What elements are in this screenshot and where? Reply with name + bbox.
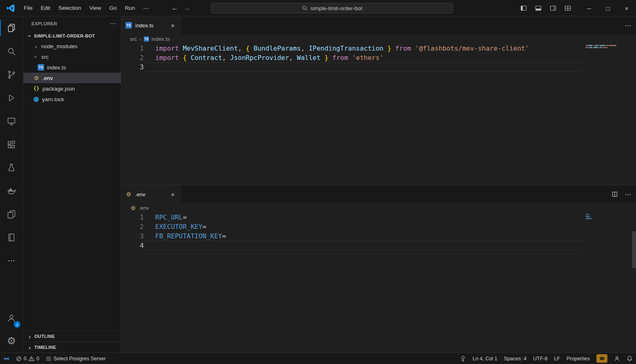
nav-arrows: ← → [172, 4, 190, 12]
source-control-icon[interactable] [0, 63, 23, 86]
remote-indicator[interactable]: >< [0, 353, 13, 364]
accounts-icon[interactable]: 1 [0, 306, 23, 329]
remote-explorer-icon[interactable] [0, 109, 23, 133]
section-outline[interactable]: ›OUTLINE [23, 331, 121, 342]
tab-env[interactable]: ⚙ .env × [121, 185, 181, 203]
line-number[interactable]: 4 [121, 241, 144, 250]
additional-views-icon[interactable] [0, 249, 23, 272]
copilot-status[interactable] [593, 353, 611, 364]
tab-bar-bottom: ⚙ .env × ⋯ [121, 185, 636, 203]
eol-status[interactable]: LF [551, 353, 563, 364]
maximize-button[interactable]: □ [598, 0, 617, 16]
menu-view[interactable]: View [85, 3, 105, 13]
line-number[interactable]: 1 [121, 44, 144, 53]
back-arrow[interactable]: ← [172, 4, 178, 12]
editor-actions-bottom: ⋯ [611, 185, 631, 203]
ports-icon[interactable] [457, 353, 469, 364]
run-debug-icon[interactable] [0, 86, 23, 109]
file-label: .env [42, 75, 53, 81]
indentation-status[interactable]: Spaces: 4 [500, 353, 530, 364]
more-actions-icon[interactable]: ⋯ [625, 191, 631, 198]
code-line[interactable]: 3 [121, 62, 636, 72]
settings-gear-icon[interactable]: ⚙ [0, 329, 23, 353]
section-timeline[interactable]: ›TIMELINE [23, 342, 121, 353]
breadcrumb-file[interactable]: .env [139, 205, 149, 211]
language-mode[interactable]: Properties [563, 353, 593, 364]
explorer-item-env[interactable]: ⚙.env [23, 73, 121, 83]
split-editor-icon[interactable] [611, 191, 618, 198]
sidebar-bottom-sections: ›OUTLINE›TIMELINE [23, 331, 121, 353]
cursor-position[interactable]: Ln 4, Col 1 [469, 353, 500, 364]
docker-icon[interactable] [0, 179, 23, 202]
search-activity-icon[interactable] [0, 40, 23, 63]
vscode-logo [6, 3, 16, 13]
code-editor-env[interactable]: 1RPC_URL=2EXECUTOR_KEY=3FB_REPUTATION_KE… [121, 213, 636, 353]
explorer-more-actions-icon[interactable]: ⋯ [110, 20, 116, 27]
project-root-folder[interactable]: › SIMPLE-LIMIT-ORDER-BOT [23, 31, 121, 41]
command-center-search[interactable]: simple-limit-order-bot [211, 3, 453, 13]
search-icon [302, 5, 308, 11]
titlebar-right: ─ □ × [518, 0, 636, 16]
toggle-panel-icon[interactable] [533, 3, 544, 13]
breadcrumb-file[interactable]: index.ts [152, 36, 170, 42]
menu-selection[interactable]: Selection [54, 3, 85, 13]
menu-run[interactable]: Run [121, 3, 139, 13]
minimap[interactable] [586, 44, 617, 51]
line-number[interactable]: 3 [121, 62, 144, 72]
warning-icon [29, 356, 34, 362]
code-editor-index-ts[interactable]: 1import MevShareClient, { BundleParams, … [121, 44, 636, 185]
explorer-item-node-modules[interactable]: ›node_modules [23, 41, 121, 51]
tab-index-ts[interactable]: TS index.ts × [121, 16, 181, 34]
toggle-secondary-sidebar-icon[interactable] [548, 3, 558, 13]
line-number[interactable]: 1 [121, 213, 144, 222]
explorer-item-yarn-lock[interactable]: yarn.lock [23, 94, 121, 104]
breadcrumb-folder[interactable]: src [130, 36, 137, 42]
close-window-button[interactable]: × [617, 0, 636, 16]
more-actions-icon[interactable]: ⋯ [625, 22, 631, 29]
problems-status[interactable]: 0 0 [13, 353, 42, 364]
close-icon[interactable]: × [169, 21, 177, 29]
server-label: Select Postgres Server [54, 356, 106, 362]
notifications-bell-icon[interactable] [623, 353, 636, 364]
close-icon[interactable]: × [169, 190, 177, 198]
ts-file-icon: TS [125, 22, 132, 29]
code-text: EXECUTOR_KEY= [144, 222, 583, 231]
line-number[interactable]: 2 [121, 222, 144, 231]
containers-icon[interactable] [0, 202, 23, 226]
explorer-activity-icon[interactable] [0, 16, 23, 40]
editor-area: TS index.ts × ⋯ src › TS index.ts 1impor… [121, 16, 636, 353]
extensions-icon[interactable] [0, 133, 23, 156]
code-line[interactable]: 1RPC_URL= [121, 213, 636, 222]
code-line[interactable]: 2import { Contract, JsonRpcProvider, Wal… [121, 53, 636, 62]
testing-icon[interactable] [0, 156, 23, 179]
feedback-icon[interactable] [611, 353, 623, 364]
minimize-button[interactable]: ─ [580, 0, 598, 16]
menu-go[interactable]: Go [105, 3, 121, 13]
minimap-line [586, 220, 617, 222]
database-notebook-icon[interactable] [0, 226, 23, 249]
code-line[interactable]: 3FB_REPUTATION_KEY= [121, 231, 636, 241]
code-line[interactable]: 4 [121, 241, 636, 250]
menu-edit[interactable]: Edit [37, 3, 54, 13]
code-line[interactable]: 2EXECUTOR_KEY= [121, 222, 636, 231]
explorer-item-src[interactable]: ›src [23, 51, 121, 62]
toggle-primary-sidebar-icon[interactable] [518, 3, 529, 13]
explorer-item-index-ts[interactable]: TSindex.ts [23, 62, 121, 73]
sidebar-header: EXPLORER ⋯ [23, 16, 121, 31]
postgres-server-selector[interactable]: Select Postgres Server [42, 353, 109, 364]
menu-more-button[interactable]: ⋯ [139, 3, 153, 13]
explorer-item-package-json[interactable]: {}package.json [23, 83, 121, 94]
warning-count: 0 [36, 356, 39, 362]
menu-file[interactable]: File [20, 3, 37, 13]
customize-layout-icon[interactable] [562, 3, 573, 13]
chevron-right-icon: › [27, 333, 32, 340]
encoding-status[interactable]: UTF-8 [530, 353, 551, 364]
copilot-icon [596, 354, 607, 363]
minimap[interactable] [586, 213, 617, 222]
code-text: FB_REPUTATION_KEY= [144, 231, 583, 241]
line-number[interactable]: 3 [121, 231, 144, 241]
code-line[interactable]: 1import MevShareClient, { BundleParams, … [121, 44, 636, 53]
line-number[interactable]: 2 [121, 53, 144, 62]
scrollbar-thumb[interactable] [632, 231, 636, 268]
forward-arrow[interactable]: → [184, 4, 190, 12]
